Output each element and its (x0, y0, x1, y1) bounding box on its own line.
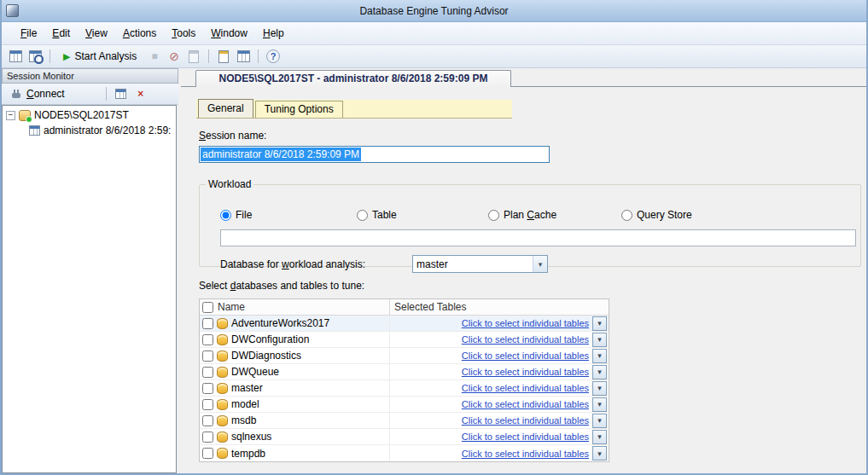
database-icon (217, 448, 228, 459)
server-name: NODE5\SQL2017ST (34, 109, 129, 121)
selected-tables-cell: Click to select individual tables ▾ (390, 429, 609, 444)
row-checkbox[interactable] (202, 415, 213, 426)
table-row: master Click to select individual tables… (200, 380, 609, 397)
title-bar[interactable]: Database Engine Tuning Advisor (2, 0, 866, 22)
tables-dropdown-button[interactable]: ▾ (592, 414, 607, 428)
menu-item-help[interactable]: Help (255, 24, 292, 43)
table-row: DWDiagnostics Click to select individual… (200, 348, 609, 364)
selected-tables-cell: Click to select individual tables ▾ (390, 445, 609, 461)
import-workload-icon[interactable] (215, 48, 232, 65)
row-checkbox[interactable] (202, 318, 213, 329)
workload-groupbox: Workload FileTablePlan CacheQuery Store … (199, 178, 861, 267)
document-area: NODE5\SQL2017ST - administrator 8/6/2018… (181, 68, 866, 473)
database-combo[interactable]: master ▾ (412, 255, 548, 273)
tree-node-session[interactable]: administrator 8/6/2018 2:59: (3, 121, 176, 136)
name-cell: tempdb (200, 445, 390, 461)
database-combo-value: master (413, 258, 533, 270)
database-name: DWConfiguration (231, 333, 309, 345)
combo-arrow-icon[interactable]: ▾ (533, 256, 547, 272)
workload-file-input[interactable] (220, 229, 856, 246)
selected-tables-cell: Click to select individual tables ▾ (390, 413, 609, 428)
row-checkbox[interactable] (202, 350, 213, 362)
database-name: model (231, 398, 259, 410)
table-row: model Click to select individual tables … (200, 397, 609, 413)
database-name: DWDiagnostics (231, 350, 301, 362)
menu-item-tools[interactable]: Tools (164, 24, 203, 43)
row-checkbox[interactable] (202, 448, 213, 459)
workload-legend: Workload (206, 178, 253, 190)
tables-dropdown-button[interactable]: ▾ (592, 381, 607, 396)
menu-item-view[interactable]: View (78, 24, 115, 43)
workload-radio-table[interactable]: Table (357, 209, 397, 221)
workload-radio-plan-cache[interactable]: Plan Cache (488, 209, 556, 221)
tree-node-server[interactable]: − NODE5\SQL2017ST (3, 106, 176, 121)
row-checkbox[interactable] (202, 367, 213, 378)
database-icon (217, 415, 228, 426)
table-header: Name Selected Tables (200, 299, 609, 316)
app-icon (6, 4, 19, 17)
select-tables-link[interactable]: Click to select individual tables (462, 367, 589, 377)
database-icon (217, 383, 228, 394)
selected-tables-cell: Click to select individual tables ▾ (390, 316, 609, 331)
name-cell: DWQueue (200, 364, 390, 379)
select-tables-link[interactable]: Click to select individual tables (462, 350, 589, 361)
tables-dropdown-button[interactable]: ▾ (592, 349, 607, 363)
table-row: DWQueue Click to select individual table… (200, 364, 609, 380)
table-row: DWConfiguration Click to select individu… (200, 332, 609, 348)
tables-dropdown-button[interactable]: ▾ (592, 446, 607, 461)
menu-item-file[interactable]: File (13, 24, 44, 43)
connect-button[interactable]: Connect (5, 86, 70, 101)
tables-dropdown-button[interactable]: ▾ (592, 365, 607, 379)
workload-radio-query-store[interactable]: Query Store (621, 209, 692, 221)
row-checkbox[interactable] (202, 432, 213, 443)
tables-dropdown-button[interactable]: ▾ (592, 316, 607, 331)
tab-tuning-options[interactable]: Tuning Options (255, 101, 343, 118)
database-name: sqlnexus (231, 431, 271, 443)
tune-table-body: AdventureWorks2017 Click to select indiv… (200, 316, 609, 461)
delete-session-icon: × (132, 85, 149, 102)
toolbar-separator (258, 49, 259, 63)
row-checkbox[interactable] (202, 399, 213, 410)
start-analysis-button[interactable]: ▶ Start Analysis (56, 49, 143, 64)
select-tables-link[interactable]: Click to select individual tables (462, 318, 589, 328)
start-session-glyph (115, 89, 126, 99)
row-checkbox[interactable] (202, 383, 213, 394)
session-name-label: Session name: (199, 130, 266, 142)
session-tree: − NODE5\SQL2017ST administrator 8/6/2018… (2, 105, 177, 473)
tables-dropdown-button[interactable]: ▾ (592, 430, 607, 444)
select-tables-link[interactable]: Click to select individual tables (462, 432, 589, 442)
tab-general[interactable]: General (198, 99, 253, 118)
select-tables-link[interactable]: Click to select individual tables (462, 399, 589, 409)
page-tab-strip: General Tuning Options (196, 100, 512, 119)
select-tables-link[interactable]: Click to select individual tables (462, 449, 589, 459)
select-tables-link[interactable]: Click to select individual tables (462, 415, 589, 426)
menu-item-window[interactable]: Window (203, 24, 255, 43)
tables-dropdown-button[interactable]: ▾ (592, 397, 607, 412)
open-session-icon[interactable] (26, 48, 44, 65)
database-icon (217, 334, 228, 345)
collapse-icon[interactable]: − (6, 111, 15, 120)
database-icon (217, 318, 228, 329)
session-monitor-toolbar: Connect × (2, 84, 178, 105)
session-name-input[interactable]: administrator 8/6/2018 2:59:09 PM (199, 146, 550, 163)
menu-item-actions[interactable]: Actions (115, 24, 164, 43)
workload-radio-file[interactable]: File (220, 209, 252, 221)
tables-dropdown-button[interactable]: ▾ (592, 333, 607, 347)
select-all-checkbox[interactable] (202, 302, 213, 313)
new-session-icon[interactable] (7, 48, 24, 65)
session-document-tab[interactable]: NODE5\SQL2017ST - administrator 8/6/2018… (195, 70, 511, 87)
select-tables-link[interactable]: Click to select individual tables (462, 334, 589, 345)
toolbar-separator (50, 49, 50, 63)
menu-item-edit[interactable]: Edit (44, 24, 78, 43)
app-window: Database Engine Tuning Advisor FileEditV… (0, 0, 868, 475)
select-tables-link[interactable]: Click to select individual tables (462, 383, 589, 393)
session-name: administrator 8/6/2018 2:59: (44, 125, 171, 136)
table-row: tempdb Click to select individual tables… (200, 445, 609, 461)
help-icon[interactable]: ? (266, 49, 280, 63)
row-checkbox[interactable] (202, 334, 213, 345)
database-name: AdventureWorks2017 (231, 317, 329, 329)
export-results-glyph (237, 50, 250, 62)
main-toolbar: ▶ Start Analysis ■ ⊘ ? (2, 45, 866, 68)
export-results-icon[interactable] (235, 48, 252, 65)
database-icon (217, 350, 228, 362)
